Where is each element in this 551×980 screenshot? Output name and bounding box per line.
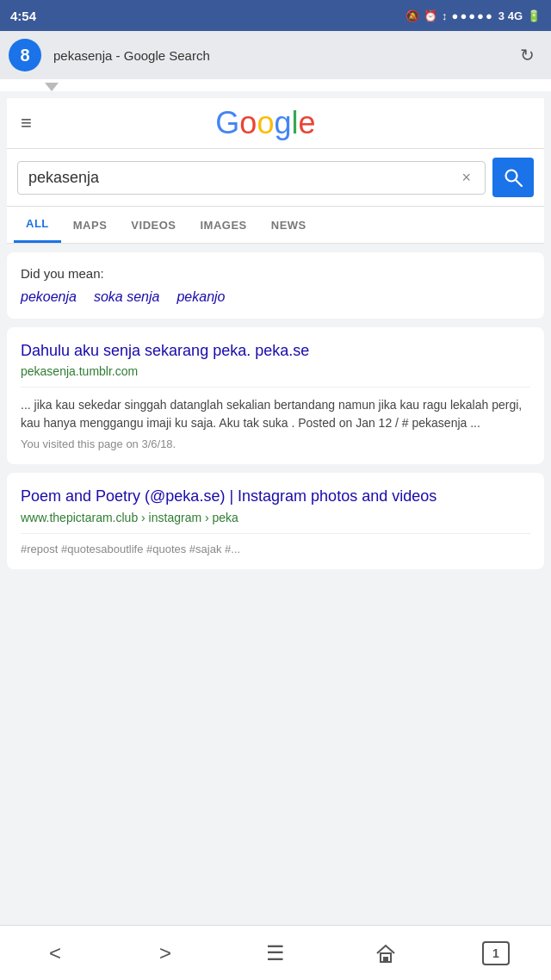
tabs-count: 1 bbox=[482, 941, 510, 965]
svg-rect-3 bbox=[383, 957, 388, 962]
wifi-dots: ●●●●● bbox=[452, 9, 494, 22]
status-time: 4:54 bbox=[10, 9, 36, 23]
google-header: ≡ Google bbox=[7, 98, 544, 149]
search-icon bbox=[504, 168, 523, 187]
logo-g2: g bbox=[274, 105, 291, 140]
dym-suggestion-0[interactable]: pekoenja bbox=[21, 289, 77, 305]
dym-links: pekoenja soka senja pekanjo bbox=[21, 289, 530, 305]
home-icon bbox=[375, 942, 397, 964]
tab-videos[interactable]: VIDEOS bbox=[119, 208, 188, 242]
dym-suggestion-2[interactable]: pekanjo bbox=[176, 289, 225, 305]
main-content: ≡ Google × ALL MAPS VIDEOS IMAGES NEWS D… bbox=[0, 91, 551, 638]
signal-icon: ↕ bbox=[442, 9, 448, 22]
back-button[interactable]: < bbox=[29, 934, 81, 972]
browser-bar: 8 ↻ bbox=[0, 31, 551, 79]
result-1-url: pekasenja.tumblr.com bbox=[21, 364, 530, 378]
did-you-mean-label: Did you mean: bbox=[21, 266, 530, 281]
mute-icon: 🔕 bbox=[406, 9, 419, 22]
result-1-title[interactable]: Dahulu aku senja sekarang peka. peka.se bbox=[21, 341, 530, 361]
home-button[interactable] bbox=[360, 934, 412, 972]
tab-all[interactable]: ALL bbox=[14, 207, 61, 243]
logo-o2: o bbox=[257, 105, 274, 140]
logo-e: e bbox=[298, 105, 315, 140]
alarm-icon: ⏰ bbox=[424, 9, 437, 22]
forward-button[interactable]: > bbox=[139, 934, 191, 972]
did-you-mean-card: Did you mean: pekoenja soka senja pekanj… bbox=[7, 252, 544, 319]
search-tabs: ALL MAPS VIDEOS IMAGES NEWS bbox=[7, 207, 544, 244]
result-2-url: www.thepictaram.club › instagram › peka bbox=[21, 511, 530, 524]
tab-news[interactable]: NEWS bbox=[259, 208, 319, 242]
result-1-snippet: ... jika kau sekedar singgah datanglah s… bbox=[21, 396, 530, 432]
network-label: 3 4G bbox=[498, 9, 523, 22]
dym-suggestion-1[interactable]: soka senja bbox=[94, 289, 160, 305]
logo-g: G bbox=[215, 105, 239, 140]
logo-o1: o bbox=[239, 105, 257, 140]
tab-maps[interactable]: MAPS bbox=[61, 208, 120, 242]
search-box-container: × bbox=[7, 149, 544, 207]
forward-icon: > bbox=[159, 941, 171, 965]
battery-icon: 🔋 bbox=[527, 9, 541, 22]
triangle-marker bbox=[45, 83, 59, 91]
clear-button[interactable]: × bbox=[458, 169, 474, 187]
status-icons: 🔕 ⏰ ↕ ●●●●● 3 4G 🔋 bbox=[406, 9, 541, 22]
result-card-1: Dahulu aku senja sekarang peka. peka.se … bbox=[7, 327, 544, 464]
time-display: 4:54 bbox=[10, 9, 36, 23]
url-bar[interactable] bbox=[48, 45, 505, 66]
menu-icon: ☰ bbox=[266, 941, 285, 965]
tabs-button[interactable]: 1 bbox=[470, 934, 522, 972]
result-card-2: Poem and Poetry (@peka.se) | Instagram p… bbox=[7, 473, 544, 568]
search-input[interactable] bbox=[28, 169, 458, 187]
bottom-nav: < > ☰ 1 bbox=[0, 925, 551, 980]
search-input-wrapper: × bbox=[17, 161, 486, 195]
status-bar: 4:54 🔕 ⏰ ↕ ●●●●● 3 4G 🔋 bbox=[0, 0, 551, 31]
svg-line-1 bbox=[516, 180, 522, 186]
reload-button[interactable]: ↻ bbox=[511, 40, 542, 71]
google-logo: Google bbox=[215, 105, 315, 141]
search-button[interactable] bbox=[492, 158, 534, 197]
back-icon: < bbox=[49, 941, 61, 965]
result-1-visited: You visited this page on 3/6/18. bbox=[21, 437, 530, 450]
hamburger-menu[interactable]: ≡ bbox=[21, 112, 32, 134]
tab-images[interactable]: IMAGES bbox=[188, 208, 258, 242]
result-2-partial: #repost #quotesaboutlife #quotes #sajak … bbox=[21, 543, 530, 555]
menu-button[interactable]: ☰ bbox=[250, 934, 301, 972]
result-divider bbox=[21, 387, 530, 388]
result-2-divider bbox=[21, 533, 530, 534]
avatar: 8 bbox=[9, 39, 41, 71]
result-2-title[interactable]: Poem and Poetry (@peka.se) | Instagram p… bbox=[21, 487, 530, 506]
